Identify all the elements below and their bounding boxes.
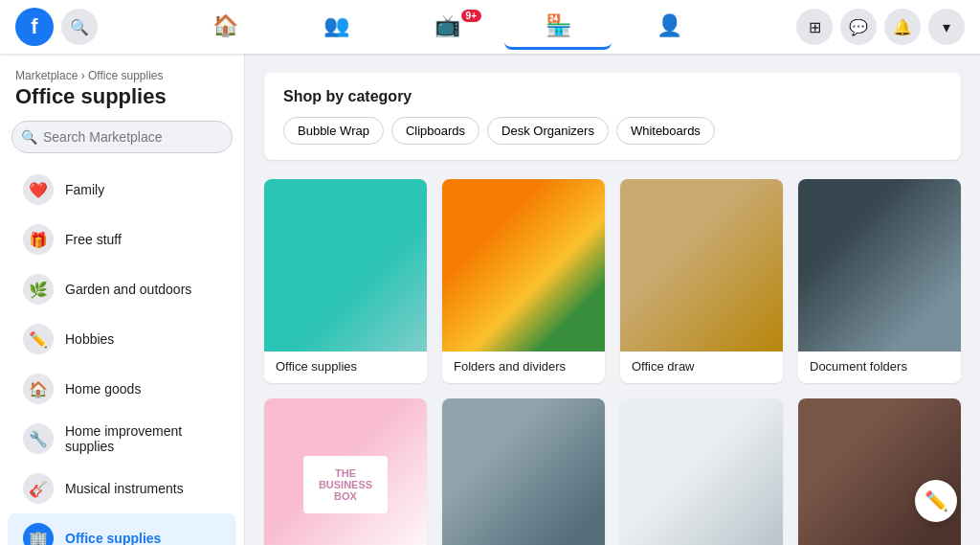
tag-desk-organizers[interactable]: Desk Organizers	[487, 117, 609, 145]
product-grid-row1: Office supplies Folders and dividers Off…	[264, 179, 961, 383]
free-icon: 🎁	[23, 224, 54, 255]
sidebar-item-garden[interactable]: 🌿 Garden and outdoors	[8, 264, 236, 314]
product-card-p2[interactable]: Folders and dividers	[442, 179, 605, 383]
officesupplies-icon: 🏢	[23, 523, 54, 545]
search-button[interactable]: 🔍	[61, 9, 98, 45]
product-name-p3: Office draw	[632, 359, 771, 374]
product-image-p1	[264, 179, 427, 352]
topnav-left: f 🔍	[15, 8, 98, 46]
sidebar-header: Marketplace › Office supplies Office sup…	[0, 61, 244, 113]
search-input[interactable]	[11, 121, 233, 153]
sidebar-item-family[interactable]: ❤️ Family	[8, 165, 236, 215]
nav-friends[interactable]: 👥	[282, 4, 390, 50]
account-menu-button[interactable]: ▾	[928, 9, 965, 45]
topnav-center: 🏠 👥 📺 9+ 🏪 👤	[171, 4, 723, 50]
app-layout: Marketplace › Office supplies Office sup…	[0, 54, 980, 545]
product-image-p4	[798, 179, 961, 352]
sidebar-item-label: Garden and outdoors	[65, 282, 191, 297]
musical-icon: 🎸	[23, 473, 54, 504]
breadcrumb: Marketplace › Office supplies	[15, 69, 229, 82]
category-tags: Bubble Wrap Clipboards Desk Organizers W…	[283, 117, 942, 145]
tag-whiteboards[interactable]: Whiteboards	[616, 117, 715, 145]
shop-by-category: Shop by category Bubble Wrap Clipboards …	[264, 73, 961, 160]
garden-icon: 🌿	[23, 274, 54, 305]
product-name-p1: Office supplies	[276, 359, 415, 374]
product-card-p1[interactable]: Office supplies	[264, 179, 427, 383]
sidebar-item-musical[interactable]: 🎸 Musical instruments	[8, 464, 236, 513]
messenger-button[interactable]: 💬	[840, 9, 877, 45]
search-icon: 🔍	[21, 129, 37, 145]
product-card-p3[interactable]: Office draw	[620, 179, 783, 383]
sidebar-item-label: Home improvement supplies	[65, 423, 221, 454]
product-card-p5[interactable]: THEBUSINESSBOX Business Box	[264, 398, 427, 545]
product-card-p7[interactable]: Clipboards	[620, 398, 783, 545]
product-image-p5: THEBUSINESSBOX	[264, 398, 427, 545]
top-navigation: f 🔍 🏠 👥 📺 9+ 🏪 👤 ⊞ 💬 🔔 ▾	[0, 0, 980, 54]
sidebar-item-label: Home goods	[65, 381, 141, 397]
nav-marketplace[interactable]: 🏪	[504, 4, 612, 50]
product-image-p8	[798, 398, 961, 545]
facebook-logo[interactable]: f	[15, 8, 54, 46]
sidebar-item-homegoods[interactable]: 🏠 Home goods	[8, 364, 236, 414]
product-grid-row2: THEBUSINESSBOX Business Box Desk organiz…	[264, 398, 961, 545]
nav-groups[interactable]: 👤	[615, 4, 723, 50]
nav-watch[interactable]: 📺 9+	[393, 4, 501, 50]
grid-menu-button[interactable]: ⊞	[796, 9, 833, 45]
sidebar-item-free[interactable]: 🎁 Free stuff	[8, 215, 236, 264]
homeimprovement-icon: 🔧	[23, 423, 54, 454]
main-content: Shop by category Bubble Wrap Clipboards …	[245, 54, 980, 545]
product-image-p3	[620, 179, 783, 352]
search-container: 🔍	[11, 121, 233, 153]
tag-bubble-wrap[interactable]: Bubble Wrap	[283, 117, 384, 145]
nav-home[interactable]: 🏠	[171, 4, 278, 50]
sidebar-item-label: Family	[65, 182, 104, 197]
sidebar: Marketplace › Office supplies Office sup…	[0, 54, 245, 545]
sidebar-item-officesupplies[interactable]: 🏢 Office supplies	[8, 513, 236, 545]
notifications-button[interactable]: 🔔	[884, 9, 921, 45]
product-card-p8[interactable]: Office misc	[798, 398, 961, 545]
sidebar-nav: ❤️ Family 🎁 Free stuff 🌿 Garden and outd…	[0, 161, 244, 545]
sidebar-item-homeimprovement[interactable]: 🔧 Home improvement supplies	[8, 414, 236, 464]
tag-clipboards[interactable]: Clipboards	[391, 117, 479, 145]
product-name-p2: Folders and dividers	[454, 359, 593, 374]
product-card-p6[interactable]: Desk organizer	[442, 398, 605, 545]
topnav-right: ⊞ 💬 🔔 ▾	[796, 9, 965, 45]
product-card-p4[interactable]: Document folders	[798, 179, 961, 383]
sidebar-item-label: Musical instruments	[65, 481, 184, 496]
hobbies-icon: ✏️	[23, 324, 54, 354]
product-image-p7	[620, 398, 783, 545]
sidebar-item-hobbies[interactable]: ✏️ Hobbies	[8, 314, 236, 364]
watch-badge: 9+	[461, 10, 481, 22]
sidebar-item-label: Office supplies	[65, 531, 161, 545]
product-image-p6	[442, 398, 605, 545]
family-icon: ❤️	[23, 174, 54, 205]
page-title: Office supplies	[15, 84, 229, 109]
product-name-p4: Document folders	[810, 359, 949, 374]
homegoods-icon: 🏠	[23, 374, 54, 404]
sidebar-item-label: Free stuff	[65, 232, 122, 247]
sidebar-item-label: Hobbies	[65, 331, 114, 347]
compose-button[interactable]: ✏️	[915, 480, 957, 522]
category-title: Shop by category	[283, 88, 942, 105]
product-image-p2	[442, 179, 605, 352]
